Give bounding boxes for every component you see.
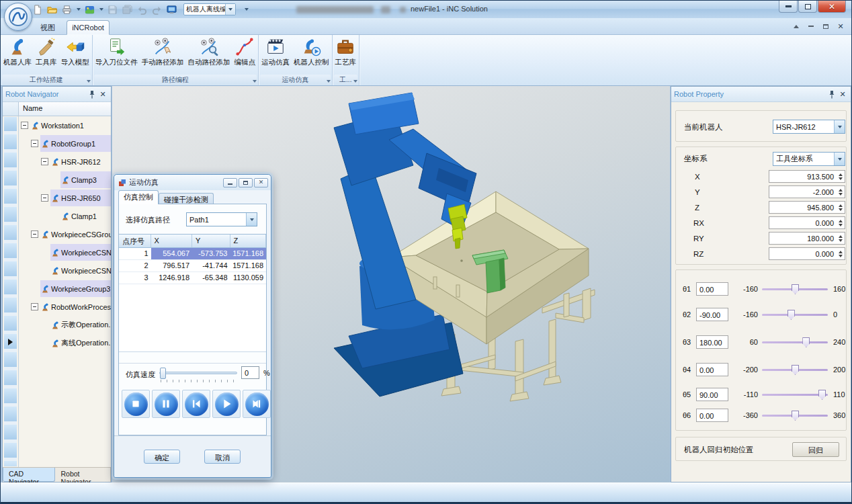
path-points-table[interactable]: 点序号 X Y Z 1 554.067 -573.753 1571.168 2 … — [119, 234, 266, 352]
slider-thumb[interactable] — [792, 284, 799, 294]
tab-simulation-control[interactable]: 仿真控制 — [118, 190, 159, 204]
tab-robot-navigator[interactable]: Robot Navigator — [55, 468, 111, 482]
tab-incrobot[interactable]: iNCRobot — [67, 20, 110, 35]
robot-library-button[interactable]: 机器人库 — [1, 36, 34, 73]
import-model-button[interactable]: 导入模型 — [59, 36, 91, 73]
dialog-launcher-icon[interactable] — [87, 80, 91, 83]
save-icon[interactable] — [107, 4, 118, 15]
col-y[interactable]: Y — [192, 235, 230, 247]
motion-simulation-button[interactable]: 运动仿真 — [259, 36, 292, 73]
speed-input[interactable]: 0 — [241, 366, 259, 379]
redo-icon[interactable] — [151, 4, 163, 15]
slider-thumb[interactable] — [792, 411, 799, 421]
chevron-down-icon[interactable] — [834, 153, 845, 165]
tree-item[interactable]: WorkpieceGroup3 — [19, 280, 111, 298]
slider-thumb[interactable] — [787, 310, 795, 320]
expander-icon[interactable] — [31, 140, 38, 147]
col-z[interactable]: Z — [230, 235, 267, 247]
expander-icon[interactable] — [21, 122, 28, 129]
spinner-arrows-icon[interactable] — [836, 171, 845, 182]
mode-combobox[interactable]: 机器人离线编程 — [183, 3, 236, 15]
slider-thumb[interactable] — [802, 337, 810, 347]
joint-slider[interactable] — [762, 314, 828, 316]
slider-thumb[interactable] — [818, 390, 826, 400]
close-icon[interactable]: ✕ — [837, 89, 848, 99]
close-icon[interactable]: ✕ — [97, 89, 108, 99]
tree-item[interactable]: WorkpieceCSN... — [19, 243, 111, 261]
col-point-no[interactable]: 点序号 — [119, 235, 151, 247]
pose-ry-input[interactable]: 180.000 — [769, 232, 845, 245]
dialog-maximize-button[interactable] — [239, 178, 253, 187]
spinner-arrows-icon[interactable] — [836, 186, 845, 198]
joint-value-input[interactable]: 180.00 — [696, 335, 728, 349]
spinner-arrows-icon[interactable] — [836, 202, 845, 213]
dialog-launcher-icon[interactable] — [353, 80, 357, 83]
expander-icon[interactable] — [41, 194, 48, 202]
tree-item[interactable]: Clamp3 — [19, 171, 111, 189]
app-logo[interactable] — [4, 3, 32, 31]
joint-value-input[interactable]: 0.00 — [696, 282, 728, 296]
open-folder-icon[interactable] — [46, 4, 58, 15]
pose-rx-input[interactable]: 0.000 — [769, 216, 845, 229]
table-row[interactable]: 1 554.067 -573.753 1571.168 — [119, 248, 266, 260]
path-combobox[interactable]: Path1 — [186, 212, 257, 226]
tree-item[interactable]: 离线Operation... — [19, 334, 111, 352]
tree-item[interactable]: Clamp1 — [19, 207, 111, 225]
tree-item[interactable]: RobotGroup1 — [19, 134, 111, 153]
pose-z-input[interactable]: 945.800 — [769, 201, 845, 214]
joint-slider[interactable] — [762, 369, 828, 371]
home-button[interactable]: 回归 — [792, 442, 839, 457]
tab-collision-detection[interactable]: 碰撞干涉检测 — [159, 193, 214, 204]
joint-slider[interactable] — [762, 288, 828, 290]
collapse-ribbon-icon[interactable] — [792, 22, 800, 30]
chevron-down-icon[interactable] — [246, 213, 257, 226]
tree-item[interactable]: WorkpieceCSGrou... — [19, 225, 111, 243]
expander-icon[interactable] — [31, 230, 38, 238]
title-bar[interactable]: 机器人离线编程 newFile1 - iNC Solution ✕ — [1, 1, 851, 18]
dialog-title-bar[interactable]: 运动仿真 ✕ — [114, 175, 271, 190]
print-dropdown-icon[interactable] — [77, 8, 81, 11]
column-header[interactable]: Name — [19, 102, 111, 116]
pose-y-input[interactable]: -2.000 — [769, 185, 845, 198]
slider-thumb[interactable] — [792, 365, 799, 375]
pin-icon[interactable] — [826, 89, 837, 99]
spinner-arrows-icon[interactable] — [836, 248, 845, 259]
joint-slider[interactable] — [762, 341, 828, 343]
import-cl-file-button[interactable]: 导入刀位文件 — [93, 36, 140, 73]
play-button[interactable] — [212, 390, 241, 418]
tree-item[interactable]: 示教Operation... — [19, 316, 111, 334]
spinner-arrows-icon[interactable] — [836, 233, 845, 244]
current-robot-combobox[interactable]: HSR-JR612 — [773, 120, 845, 134]
cancel-button[interactable]: 取消 — [204, 450, 241, 464]
chevron-down-icon[interactable] — [225, 4, 235, 15]
pin-icon[interactable] — [87, 89, 97, 99]
step-back-button[interactable] — [182, 390, 210, 418]
auto-path-add-button[interactable]: 自动路径添加 — [186, 36, 232, 73]
step-forward-button[interactable] — [243, 390, 271, 418]
tree-item[interactable]: RobotWorkProcess4 — [19, 298, 111, 316]
theme-dropdown-icon[interactable] — [99, 8, 103, 11]
toolbar-overflow-icon[interactable] — [245, 8, 249, 11]
dialog-launcher-icon[interactable] — [327, 80, 331, 83]
tool-library-button[interactable]: 工具库 — [34, 36, 59, 73]
robot-control-button[interactable]: 机器人控制 — [292, 36, 331, 73]
joint-value-input[interactable]: 0.00 — [696, 409, 728, 422]
ok-button[interactable]: 确定 — [144, 450, 180, 464]
maximize-button[interactable] — [798, 1, 817, 13]
joint-value-input[interactable]: 0.00 — [696, 363, 728, 376]
tab-cad-navigator[interactable]: CAD Navigator — [3, 468, 55, 482]
theme-icon[interactable] — [84, 4, 95, 15]
undo-icon[interactable] — [136, 4, 148, 15]
tree-item[interactable]: WorkpieceCSN... — [19, 261, 111, 280]
joint-slider[interactable] — [762, 415, 828, 417]
tree-item[interactable]: HSR-JR650 — [19, 189, 111, 207]
new-file-icon[interactable] — [32, 4, 43, 15]
dialog-launcher-icon[interactable] — [253, 80, 257, 83]
mdi-close-icon[interactable]: ✕ — [837, 22, 845, 30]
pause-button[interactable] — [152, 390, 180, 418]
coord-system-combobox[interactable]: 工具坐标系 — [773, 152, 845, 166]
tree-item[interactable]: Workstation1 — [19, 116, 111, 134]
monitor-icon[interactable] — [166, 4, 177, 15]
edit-point-button[interactable]: 编辑点 — [232, 36, 258, 73]
stop-button[interactable] — [122, 390, 150, 418]
